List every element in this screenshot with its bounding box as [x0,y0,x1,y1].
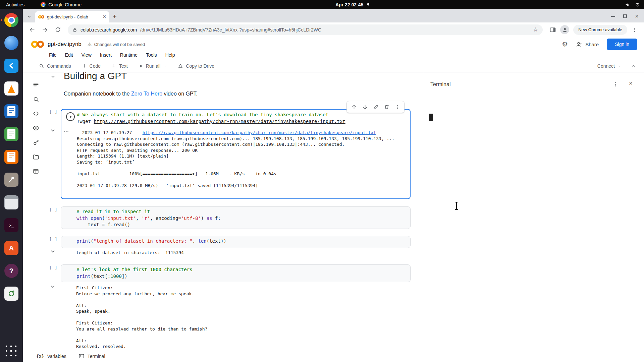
help-icon[interactable]: ? [3,263,19,279]
side-panel-icon[interactable] [547,24,558,35]
menu-runtime[interactable]: Runtime [120,52,138,58]
terminal-app-icon[interactable]: >_ [3,217,19,233]
forward-button[interactable] [40,24,50,35]
focused-app-indicator[interactable]: Google Chrome [41,2,82,7]
focused-app-label: Google Chrome [48,2,82,7]
code-cell-length[interactable]: print("length of dataset in characters: … [61,236,411,248]
menu-insert[interactable]: Insert [100,52,112,58]
bookmark-star-icon[interactable]: ☆ [533,27,538,33]
show-applications-icon[interactable] [5,345,18,358]
menu-view[interactable]: View [82,52,92,58]
add-text-button[interactable]: Text [111,63,128,69]
colab-status-bar: {x} Variables Terminal [23,350,644,362]
menu-file[interactable]: File [49,52,57,58]
collapse-header-chevron-icon[interactable] [631,63,636,68]
chrome-dock-icon[interactable] [3,12,19,28]
code-cell-wget[interactable]: # We always start with a dataset to trai… [61,109,411,199]
code-cell-first1000[interactable]: # let's look at the first 1000 character… [61,264,411,282]
commands-button[interactable]: Commands [39,63,71,69]
code-editor[interactable]: print("length of dataset in characters: … [76,238,226,245]
files-folder-icon[interactable] [32,153,40,161]
variables-icon: {x} [36,354,44,359]
sign-in-label: Sign in [615,42,629,47]
copy-to-drive-button[interactable]: Copy to Drive [178,63,214,69]
terminal-close-icon[interactable]: × [629,80,633,86]
url-domain: colab.research.google.com [80,27,137,33]
power-icon [635,2,640,7]
code-snippets-icon[interactable] [32,109,40,118]
address-bar[interactable]: colab.research.google.com/drive/1JMLa53H… [68,24,543,35]
minimize-icon[interactable] [611,16,615,17]
caret-down-icon [163,64,167,68]
code-cell-read[interactable]: # read it in to inspect itwith open('inp… [61,206,411,229]
cell-output: --2023-01-17 01:39:27-- https://raw.gith… [77,130,394,188]
section-collapse-chevron-icon[interactable] [50,74,56,79]
zero-to-hero-link[interactable]: Zero To Hero [131,91,162,97]
collapse-output-chevron-icon[interactable] [50,249,56,254]
code-editor[interactable]: # We always start with a dataset to trai… [77,112,345,125]
software-center-icon[interactable]: A [3,240,19,256]
terminal-screen[interactable] [423,91,639,350]
play-icon [69,115,72,119]
copy-to-drive-label: Copy to Drive [186,63,214,69]
collapse-output-chevron-icon[interactable] [50,128,56,133]
window-app-icon[interactable] [3,194,19,210]
maximize-icon[interactable] [623,14,627,18]
profile-avatar[interactable] [560,25,569,34]
move-cell-up-icon[interactable] [351,104,357,110]
libreoffice-impress-icon[interactable] [3,149,19,165]
reload-button[interactable] [52,24,63,35]
table-of-contents-icon[interactable] [32,80,40,89]
output-options-icon[interactable] [63,128,69,134]
update-chrome-chip[interactable]: New Chrome available [573,25,627,35]
vlc-icon[interactable] [3,80,19,97]
tab-list-chevron-icon[interactable] [27,14,32,19]
libreoffice-calc-icon[interactable] [3,126,19,142]
libreoffice-writer-icon[interactable] [3,103,19,119]
variables-button[interactable]: {x} Variables [36,354,66,359]
save-warning: ⚠ Changes will not be saved [88,42,145,47]
lock-icon[interactable] [72,27,77,32]
move-cell-down-icon[interactable] [362,104,368,110]
browser-tab[interactable]: gpt-dev.ipynb - Colab × [35,11,109,22]
tab-close-icon[interactable]: × [103,14,106,19]
code-editor[interactable]: # read it in to inspect itwith open('inp… [76,208,221,228]
menu-help[interactable]: Help [165,52,175,58]
code-editor[interactable]: # let's look at the first 1000 character… [76,266,193,280]
terminal-cursor-block [429,114,433,121]
collapse-output-chevron-icon[interactable] [50,284,56,290]
eye-icon[interactable] [32,124,40,132]
terminal-button[interactable]: Terminal [78,353,105,359]
table-icon[interactable] [32,167,40,176]
clock-menu[interactable]: Apr 22 02:45 [335,0,371,9]
chrome-menu-kebab-icon[interactable] [629,24,640,35]
new-tab-button[interactable]: + [113,13,117,20]
run-all-button[interactable]: Run all [139,63,167,69]
drive-triangle-icon [178,63,183,69]
more-vert-icon[interactable] [394,104,400,110]
blue-globe-icon[interactable] [3,35,19,51]
run-cell-button[interactable] [66,112,75,121]
back-button[interactable] [27,24,38,35]
gnome-top-bar: Activities Google Chrome Apr 22 02:45 [0,0,644,9]
activities-button[interactable]: Activities [0,0,31,9]
menu-tools[interactable]: Tools [146,52,157,58]
share-button[interactable]: Share [576,41,599,48]
connect-button[interactable]: Connect [597,63,622,69]
terminal-options-kebab-icon[interactable] [613,81,619,87]
vscode-icon[interactable] [3,58,19,74]
edit-pencil-icon[interactable] [373,104,379,110]
colab-menu-bar: File Edit View Insert Runtime Tools Help [49,51,175,59]
colab-favicon [38,15,44,19]
settings-gear-icon[interactable]: ⚙ [562,41,568,48]
recycle-app-icon[interactable] [3,286,19,302]
add-code-button[interactable]: Code [82,63,101,69]
notebook-title[interactable]: gpt-dev.ipynb [48,41,82,48]
sign-in-button[interactable]: Sign in [607,39,637,50]
delete-trash-icon[interactable] [384,104,390,110]
system-status-area[interactable] [625,0,640,9]
gimp-icon[interactable] [3,172,19,188]
key-icon[interactable] [32,138,40,147]
find-replace-icon[interactable] [32,95,40,104]
menu-edit[interactable]: Edit [65,52,73,58]
